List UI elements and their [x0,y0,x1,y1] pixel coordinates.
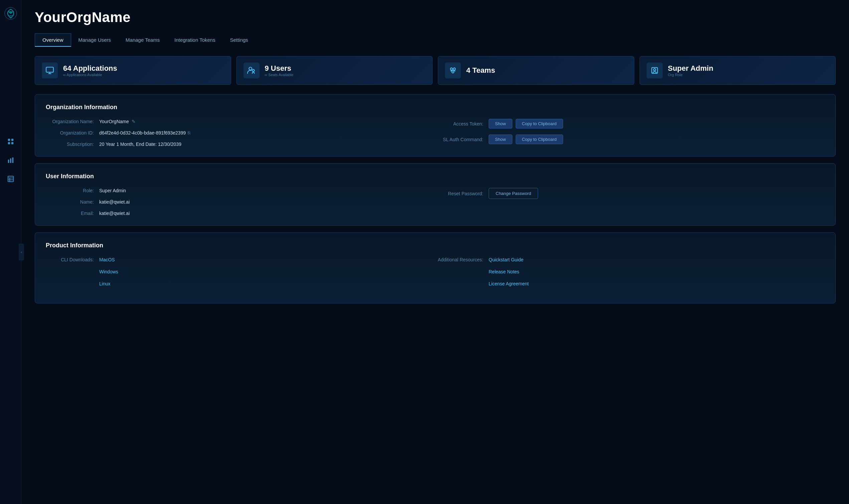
svg-rect-4 [11,142,13,144]
user-section-title: User Information [46,173,825,180]
user-email-value: katie@qwiet.ai [99,211,129,216]
svg-rect-2 [11,139,13,141]
cli-label: CLI Downloads: [46,257,99,262]
org-id-row: Organization ID: d64f2e4d-0d32-4c0b-bdae… [46,130,435,136]
nav-tabs: Overview Manage Users Manage Teams Integ… [35,33,836,47]
svg-point-18 [453,68,456,70]
user-info-grid: Role: Super Admin Name: katie@qwiet.ai E… [46,188,825,216]
stat-icon-teams [445,62,461,78]
sl-auth-label: SL Auth Command: [435,137,489,142]
subscription-value: 20 Year 1 Month, End Date: 12/30/2039 [99,142,181,147]
app-logo [4,7,17,20]
org-info-section: Organization Information Organization Na… [35,94,836,157]
stat-value-role: Super Admin [668,64,713,73]
resource-link-license[interactable]: License Agreement [489,281,529,286]
svg-rect-8 [8,176,13,182]
svg-rect-6 [10,159,11,163]
user-email-row: Email: katie@qwiet.ai [46,211,435,216]
resource-links: Quickstart Guide Release Notes License A… [489,257,529,290]
sidebar-icon-group [6,137,15,184]
org-info-right: Access Token: Show Copy to Clipboard SL … [435,119,825,147]
resources-col: Additional Resources: Quickstart Guide R… [435,257,825,294]
svg-rect-7 [12,158,13,163]
org-name-value: YourOrgName ✎ [99,119,136,124]
resource-link-quickstart[interactable]: Quickstart Guide [489,257,529,262]
reset-password-actions: Change Password [489,188,538,199]
cli-link-windows[interactable]: Windows [99,269,118,274]
svg-rect-5 [8,160,9,163]
svg-point-17 [450,68,453,70]
stat-icon-role [647,62,662,78]
user-info-right: Reset Password: Change Password [435,188,825,216]
chart-icon[interactable] [6,156,15,165]
user-role-label: Role: [46,188,99,193]
stat-text-teams: 4 Teams [466,66,495,75]
change-password-button[interactable]: Change Password [489,188,538,199]
sl-auth-actions: Show Copy to Clipboard [489,134,563,144]
access-token-actions: Show Copy to Clipboard [489,119,563,128]
tab-manage-teams[interactable]: Manage Teams [118,33,167,47]
stat-sublabel-role: Org Role [668,73,713,77]
org-section-title: Organization Information [46,104,825,111]
svg-point-16 [252,69,254,72]
org-name-edit-icon[interactable]: ✎ [131,119,136,124]
stat-text-users: 9 Users ∞ Seats Available [265,64,294,77]
org-info-grid: Organization Name: YourOrgName ✎ Organiz… [46,119,825,147]
stat-sublabel-users: ∞ Seats Available [265,73,294,77]
access-token-copy-button[interactable]: Copy to Clipboard [516,119,563,128]
stat-text-role: Super Admin Org Role [668,64,713,77]
cli-downloads-row: CLI Downloads: MacOS Windows Linux [46,257,435,290]
org-name-row: Organization Name: YourOrgName ✎ [46,119,435,124]
svg-point-21 [653,69,656,71]
access-token-label: Access Token: [435,121,489,126]
cli-downloads-col: CLI Downloads: MacOS Windows Linux [46,257,435,294]
access-token-show-button[interactable]: Show [489,119,512,128]
stat-value-users: 9 Users [265,64,294,73]
table-icon[interactable] [6,174,15,184]
tab-integration-tokens[interactable]: Integration Tokens [167,33,223,47]
org-id-copy-icon[interactable]: ⎘ [188,130,190,136]
user-name-label: Name: [46,199,99,204]
org-id-label: Organization ID: [46,130,99,136]
sidebar [0,0,21,504]
stat-card-role: Super Admin Org Role [640,56,836,85]
stat-card-applications: 64 Applications ∞ Applications Available [35,56,231,85]
tab-settings[interactable]: Settings [223,33,255,47]
page-header: YourOrgName [35,10,836,25]
main-content: YourOrgName Overview Manage Users Manage… [21,0,849,504]
user-email-label: Email: [46,211,99,216]
svg-rect-3 [8,142,10,144]
access-token-row: Access Token: Show Copy to Clipboard [435,119,825,128]
stat-icon-applications [42,62,58,78]
org-name-label: Organization Name: [46,119,99,124]
stat-icon-users [244,62,260,78]
stat-card-teams: 4 Teams [438,56,634,85]
resources-row: Additional Resources: Quickstart Guide R… [435,257,825,290]
user-role-row: Role: Super Admin [46,188,435,193]
tab-manage-users[interactable]: Manage Users [71,33,119,47]
resource-link-release-notes[interactable]: Release Notes [489,269,529,274]
product-info-section: Product Information CLI Downloads: MacOS… [35,232,836,303]
cli-link-linux[interactable]: Linux [99,281,118,286]
stat-card-users: 9 Users ∞ Seats Available [236,56,433,85]
stats-grid: 64 Applications ∞ Applications Available… [35,56,836,85]
grid-icon[interactable] [6,137,15,146]
svg-point-15 [249,67,252,70]
stat-text-applications: 64 Applications ∞ Applications Available [63,64,117,77]
user-name-row: Name: katie@qwiet.ai [46,199,435,204]
svg-point-19 [452,71,454,73]
user-info-section: User Information Role: Super Admin Name:… [35,163,836,226]
sl-auth-copy-button[interactable]: Copy to Clipboard [516,134,563,144]
user-role-value: Super Admin [99,188,126,193]
reset-password-row: Reset Password: Change Password [435,188,825,199]
stat-sublabel-applications: ∞ Applications Available [63,73,117,77]
resources-label: Additional Resources: [435,257,489,262]
svg-rect-12 [46,67,53,72]
stat-value-teams: 4 Teams [466,66,495,75]
cli-link-macos[interactable]: MacOS [99,257,118,262]
cli-links: MacOS Windows Linux [99,257,118,290]
product-info-grid: CLI Downloads: MacOS Windows Linux Addit… [46,257,825,294]
reset-password-label: Reset Password: [435,191,489,196]
tab-overview[interactable]: Overview [35,33,71,47]
sl-auth-show-button[interactable]: Show [489,134,512,144]
